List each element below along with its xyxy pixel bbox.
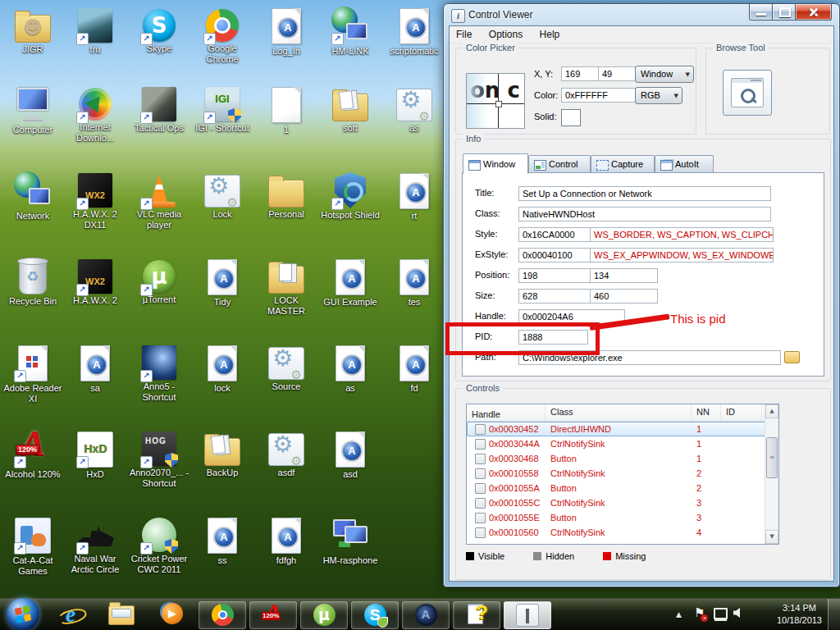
desktop-icon-backup[interactable]: BackUp [191, 430, 253, 478]
desktop-icon-jigr[interactable]: JIGR [2, 7, 64, 55]
desktop-icon-hxd[interactable]: ↗HxD [64, 430, 126, 480]
table-row[interactable]: 0x0003044ACtrlNotifySink1 [467, 436, 778, 451]
taskbar-help-file[interactable] [453, 601, 500, 629]
show-desktop-button[interactable] [828, 599, 840, 630]
position-x-field[interactable]: 198 [518, 268, 591, 283]
desktop-icon-asdf[interactable]: asdf [255, 430, 317, 478]
desktop-icon-anno5[interactable]: ↗Anno5 - Shortcut [128, 344, 190, 403]
desktop-icon-ss[interactable]: ss [191, 516, 253, 566]
network-icon[interactable] [714, 608, 728, 619]
table-row[interactable]: 0x0001055CCtrlNotifySink3 [467, 495, 778, 510]
desktop-icon-utorrent[interactable]: µ↗µTorrent [128, 258, 190, 305]
title-field[interactable]: Set Up a Connection or Network [518, 186, 771, 201]
desktop-icon-asd[interactable]: asd [319, 430, 381, 480]
volume-icon[interactable] [733, 608, 740, 618]
desktop-icon-tru[interactable]: ↗tru [64, 7, 126, 55]
exstyle-hex-field[interactable]: 0x00040100 [518, 248, 591, 262]
desktop-icon-alcohol[interactable]: ↗Alcohol 120% [2, 430, 64, 480]
desktop-icon-skype[interactable]: S↗Skype [128, 7, 190, 54]
row-checkbox[interactable] [475, 454, 486, 464]
y-field[interactable]: 49 [598, 66, 636, 81]
row-checkbox[interactable] [475, 498, 486, 509]
close-button[interactable] [795, 4, 832, 21]
table-row[interactable]: 0x0001055EButton3 [467, 510, 778, 525]
desktop-icon-source[interactable]: Source [255, 344, 317, 392]
browse-tool-button[interactable] [723, 70, 772, 116]
desktop-icon-cricket[interactable]: ↗Cricket Power CWC 2011 [128, 516, 190, 575]
desktop-icon-hotspot[interactable]: ↗Hotspot Shield [319, 171, 381, 221]
desktop-icon-fd[interactable]: fd [383, 344, 445, 394]
size-h-field[interactable]: 460 [590, 289, 658, 304]
desktop-icon-fdfgh[interactable]: fdfgh [255, 516, 317, 566]
class-field[interactable]: NativeHWNDHost [518, 207, 771, 221]
col-id[interactable]: ID [721, 404, 762, 421]
table-row[interactable]: 0x00030468Button1 [467, 451, 778, 466]
size-w-field[interactable]: 628 [518, 289, 591, 304]
desktop-icon-catacat[interactable]: ↗Cat-A-Cat Games [2, 516, 64, 577]
desktop-icon-lockmaster[interactable]: LOCK MASTER [255, 258, 317, 317]
desktop-icon-vlc[interactable]: ↗VLC media player [128, 171, 190, 231]
taskbar-media-player[interactable] [153, 601, 192, 628]
taskbar-skype[interactable]: S [351, 601, 399, 629]
desktop-icon-tes[interactable]: tes [383, 258, 445, 308]
start-button[interactable] [7, 598, 39, 630]
taskbar-control-viewer[interactable] [504, 601, 551, 629]
desktop-icon-hawx2[interactable]: ↗H.A.W.X. 2 [64, 258, 126, 306]
desktop-icon-chrome[interactable]: ↗Google Chrome [191, 7, 253, 65]
desktop-icon-soft[interactable]: soft [319, 85, 381, 134]
desktop-icon-anno2070[interactable]: ↗Anno2070_... - Shortcut [128, 430, 190, 489]
desktop-icon-recyclebin[interactable]: Recycle Bin [2, 258, 64, 307]
desktop-icon-hawx2dx11[interactable]: ↗H.A.W.X. 2 DX11 [64, 171, 126, 231]
taskbar-utorrent[interactable]: µ [300, 601, 348, 629]
col-nn[interactable]: NN [692, 404, 721, 421]
desktop-icon-tacticalops[interactable]: ↗Tactical Ops [128, 85, 190, 134]
tab-control[interactable]: Control [528, 155, 591, 173]
row-checkbox[interactable] [475, 439, 486, 450]
desktop-icon-network[interactable]: Network [2, 171, 64, 221]
menu-help[interactable]: Help [533, 26, 567, 40]
desktop-icon-lock[interactable]: Lock [191, 171, 253, 220]
row-checkbox[interactable] [475, 527, 486, 538]
taskbar-autoit[interactable] [402, 601, 450, 629]
desktop-icon-hmlink[interactable]: ↗HM-LINK [319, 7, 381, 57]
desktop-icon-adobereader[interactable]: ↗Adobe Reader XI [2, 344, 64, 404]
desktop-icon-as2[interactable]: as [319, 344, 381, 394]
desktop-icon-lock2[interactable]: lock [191, 344, 253, 394]
desktop-icon-guiexample[interactable]: GUI Example [319, 258, 381, 308]
table-row[interactable]: 0x0001055AButton2 [467, 481, 778, 495]
action-center-flag-icon[interactable]: ⚑ [694, 605, 705, 620]
taskbar-clock[interactable]: 3:14 PM 10/18/2013 [777, 602, 822, 627]
row-checkbox[interactable] [475, 468, 486, 479]
desktop-icon-igi[interactable]: ↗IGI - Shortcut [191, 85, 253, 134]
desktop-icon-scriptomatic[interactable]: scriptomatic [383, 7, 445, 57]
desktop-icon-computer[interactable]: Computer [2, 85, 64, 135]
scroll-thumb[interactable]: ≡ [766, 437, 778, 478]
tab-capture[interactable]: Capture [591, 155, 655, 173]
table-row[interactable]: 0x00010558CtrlNotifySink2 [467, 466, 778, 481]
desktop-icon-sa[interactable]: sa [64, 344, 126, 394]
style-hex-field[interactable]: 0x16CA0000 [518, 227, 591, 242]
tab-window[interactable]: Window [463, 153, 528, 174]
position-y-field[interactable]: 134 [590, 268, 658, 283]
desktop-icon-as1[interactable]: as [383, 85, 445, 134]
row-checkbox[interactable] [475, 513, 486, 523]
scrollbar[interactable]: ▲ ≡ ▼ [765, 404, 778, 544]
desktop-icon-navalwar[interactable]: ↗Naval War Arctic Circle [64, 516, 126, 575]
taskbar-chrome[interactable] [199, 601, 246, 629]
menu-options[interactable]: Options [482, 26, 529, 40]
exstyle-flags-field[interactable]: WS_EX_APPWINDOW, WS_EX_WINDOWEDGE [590, 248, 774, 262]
expand-arrow-icon[interactable]: ▲ [676, 609, 682, 619]
desktop-icon-1[interactable]: 1 [255, 85, 317, 135]
coord-mode-dropdown[interactable]: Window [635, 66, 694, 83]
menu-file[interactable]: File [450, 26, 478, 40]
tab-autoit[interactable]: AutoIt [655, 155, 714, 173]
maximize-button[interactable] [772, 4, 797, 21]
taskbar-windows-explorer[interactable] [102, 601, 141, 628]
color-value-field[interactable]: 0xFFFFFF [561, 88, 636, 103]
path-folder-icon[interactable] [784, 351, 800, 363]
desktop-icon-idm[interactable]: ↗Internet Downlo... [64, 85, 126, 144]
color-mode-dropdown[interactable]: RGB [635, 87, 682, 104]
desktop-icon-personal[interactable]: Personal [255, 171, 317, 220]
desktop-icon-rasphone[interactable]: HM-rasphone [319, 516, 381, 566]
col-handle[interactable]: Handle [467, 404, 546, 421]
